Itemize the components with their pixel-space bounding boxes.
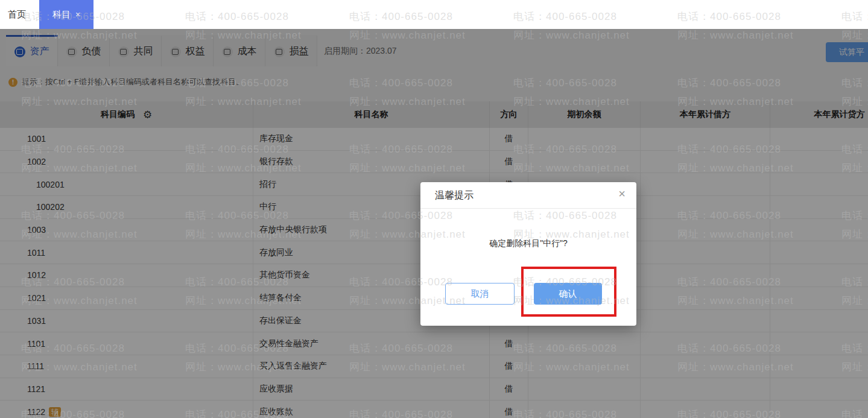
- dialog-title: 温馨提示: [435, 182, 474, 208]
- tab-home[interactable]: 首页: [0, 0, 34, 29]
- tab-subject[interactable]: 科目 ×: [39, 0, 93, 29]
- cancel-button[interactable]: 取消: [445, 283, 515, 305]
- delete-confirm-dialog: 温馨提示 × 确定删除科目"中行"? 取消 确认: [420, 182, 636, 326]
- dialog-message: 确定删除科目"中行"?: [420, 238, 636, 249]
- subjects-page: 首页 科目 × 资产负债共同权益成本损益 启用期间：2023.07 试算平 ! …: [0, 0, 868, 418]
- top-tab-bar: 首页 科目 ×: [0, 0, 868, 29]
- annotation-highlight-box: [521, 267, 616, 317]
- tab-subject-label: 科目: [52, 9, 71, 21]
- dialog-close-icon[interactable]: ×: [618, 187, 626, 201]
- tab-close-icon[interactable]: ×: [75, 10, 80, 19]
